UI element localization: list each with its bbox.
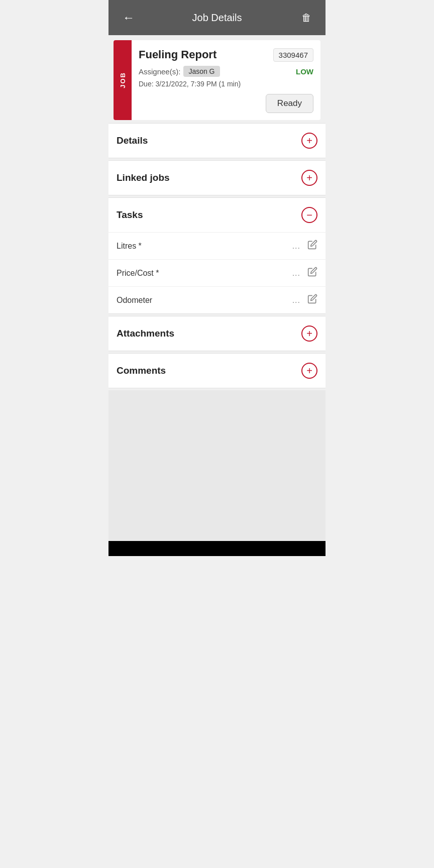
- page-title: Job Details: [192, 12, 242, 24]
- task-edit-icon-litres[interactable]: [307, 240, 317, 252]
- header: ← Job Details 🗑: [108, 0, 325, 35]
- comments-section-header[interactable]: Comments +: [108, 354, 325, 388]
- job-status-row: Ready: [139, 94, 313, 113]
- attachments-section-header[interactable]: Attachments +: [108, 316, 325, 351]
- details-section-title: Details: [117, 135, 148, 146]
- job-side-label: Job: [119, 72, 127, 88]
- minus-icon: −: [306, 209, 312, 221]
- task-edit-icon-odometer[interactable]: [307, 294, 317, 306]
- assignee-label: Assignee(s):: [139, 67, 180, 76]
- plus-icon: +: [306, 328, 312, 340]
- section-linked-jobs: Linked jobs +: [108, 160, 325, 195]
- plus-icon: +: [306, 135, 312, 147]
- job-id-badge: 3309467: [273, 48, 313, 62]
- task-edit-icon-price[interactable]: [307, 267, 317, 279]
- tasks-section-title: Tasks: [117, 209, 143, 221]
- job-due-row: Due: 3/21/2022, 7:39 PM (1 min): [139, 80, 313, 88]
- section-details: Details +: [108, 123, 325, 158]
- linked-jobs-section-header[interactable]: Linked jobs +: [108, 161, 325, 195]
- job-sidebar: Job: [114, 40, 132, 120]
- status-bar: [108, 541, 325, 556]
- assignee-badge: Jason G: [183, 66, 220, 77]
- comments-expand-icon[interactable]: +: [301, 363, 317, 379]
- details-section-header[interactable]: Details +: [108, 124, 325, 158]
- section-tasks: Tasks − Litres * ... Price/Cost * ... Od…: [108, 197, 325, 314]
- priority-label: LOW: [296, 67, 313, 76]
- task-name-litres: Litres *: [117, 242, 292, 251]
- job-header-row: Fueling Report 3309467: [139, 48, 313, 62]
- tasks-section-header[interactable]: Tasks −: [108, 198, 325, 232]
- due-date-label: Due: 3/21/2022, 7:39 PM (1 min): [139, 80, 241, 88]
- job-card: Job Fueling Report 3309467 Assignee(s): …: [114, 40, 320, 120]
- plus-icon: +: [306, 365, 312, 377]
- attachments-section-title: Attachments: [117, 328, 174, 339]
- section-attachments: Attachments +: [108, 316, 325, 351]
- bottom-area: [108, 390, 325, 541]
- task-name-price: Price/Cost *: [117, 269, 292, 278]
- back-button[interactable]: ←: [119, 7, 139, 29]
- task-dots-odometer: ...: [292, 296, 300, 305]
- delete-button[interactable]: 🗑: [297, 8, 315, 28]
- job-content: Fueling Report 3309467 Assignee(s): Jaso…: [132, 40, 320, 120]
- task-row: Price/Cost * ...: [108, 259, 325, 286]
- details-expand-icon[interactable]: +: [301, 133, 317, 149]
- task-name-odometer: Odometer: [117, 296, 292, 305]
- linked-jobs-section-title: Linked jobs: [117, 172, 170, 183]
- comments-section-title: Comments: [117, 365, 166, 376]
- job-assignee-row: Assignee(s): Jason G LOW: [139, 66, 313, 77]
- task-row: Litres * ...: [108, 232, 325, 259]
- tasks-collapse-icon[interactable]: −: [301, 207, 317, 223]
- task-row: Odometer ...: [108, 286, 325, 313]
- linked-jobs-expand-icon[interactable]: +: [301, 170, 317, 186]
- task-dots-litres: ...: [292, 242, 300, 251]
- plus-icon: +: [306, 172, 312, 184]
- task-dots-price: ...: [292, 269, 300, 278]
- section-comments: Comments +: [108, 353, 325, 388]
- status-badge[interactable]: Ready: [266, 94, 313, 113]
- job-title: Fueling Report: [139, 48, 268, 61]
- attachments-expand-icon[interactable]: +: [301, 325, 317, 342]
